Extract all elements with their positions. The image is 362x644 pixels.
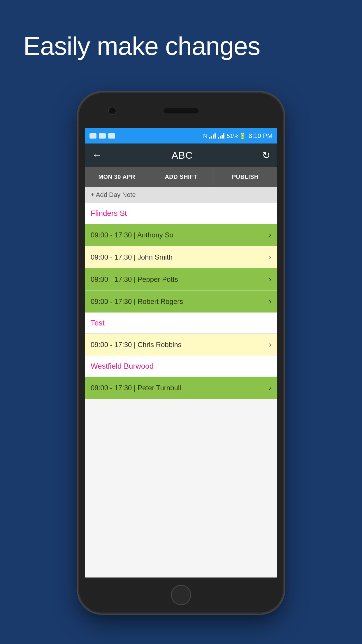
location-flinders-st: Flinders St	[85, 203, 277, 224]
camera-icon	[108, 107, 116, 115]
tab-bar: MON 30 APR ADD SHIFT PUBLISH	[85, 167, 277, 187]
top-bezel	[79, 93, 283, 128]
shift-pepper-potts[interactable]: 09:00 - 17:30 | Pepper Potts ›	[85, 268, 277, 290]
status-icons-left	[89, 133, 115, 139]
phone-frame: N 51% 🔋 8:10 PM	[79, 93, 283, 612]
status-bar: N 51% 🔋 8:10 PM	[85, 128, 277, 144]
add-day-note-label: + Add Day Note	[91, 191, 136, 199]
location-name-flinders-st: Flinders St	[91, 209, 127, 218]
phone-screen: N 51% 🔋 8:10 PM	[85, 128, 277, 578]
tab-add-shift[interactable]: ADD SHIFT	[149, 167, 213, 187]
tab-date[interactable]: MON 30 APR	[85, 167, 149, 187]
battery-percent: 51%	[227, 133, 238, 139]
shift-text-anthony-so: 09:00 - 17:30 | Anthony So	[91, 231, 173, 239]
location-name-westfield-burwood: Westfield Burwood	[91, 362, 154, 370]
shift-text-john-smith: 09:00 - 17:30 | John Smith	[91, 253, 173, 261]
schedule-list: Flinders St 09:00 - 17:30 | Anthony So ›…	[85, 203, 277, 578]
chevron-icon: ›	[269, 340, 271, 349]
shift-john-smith[interactable]: 09:00 - 17:30 | John Smith ›	[85, 246, 277, 268]
location-name-test: Test	[91, 318, 105, 327]
shift-text-robert-rogers: 09:00 - 17:30 | Robert Rogers	[91, 298, 183, 306]
home-button[interactable]	[171, 585, 191, 605]
signal-icon	[218, 133, 224, 139]
battery-indicator: 51% 🔋	[227, 132, 246, 139]
bottom-bezel	[79, 578, 283, 612]
shift-anthony-so[interactable]: 09:00 - 17:30 | Anthony So ›	[85, 224, 277, 246]
wifi-icon	[209, 133, 216, 139]
add-day-note-button[interactable]: + Add Day Note	[85, 187, 277, 203]
notification-icon-3	[108, 133, 115, 139]
back-button[interactable]: ←	[92, 149, 102, 161]
app-bar: ← ABC ↻	[85, 144, 277, 167]
shift-text-chris-robbins: 09:00 - 17:30 | Chris Robbins	[91, 341, 182, 349]
chevron-icon: ›	[269, 275, 271, 284]
nfc-icon: N	[203, 133, 207, 139]
chevron-icon: ›	[269, 253, 271, 262]
chevron-icon: ›	[269, 383, 271, 392]
shift-peter-turnbull[interactable]: 09:00 - 17:30 | Peter Turnbull ›	[85, 377, 277, 399]
chevron-icon: ›	[269, 230, 271, 239]
clock: 8:10 PM	[249, 132, 273, 140]
speaker	[164, 108, 198, 113]
location-westfield-burwood: Westfield Burwood	[85, 356, 277, 377]
page-heading: Easily make changes	[23, 32, 260, 60]
notification-icon-2	[99, 133, 106, 139]
chevron-icon: ›	[269, 297, 271, 306]
shift-robert-rogers[interactable]: 09:00 - 17:30 | Robert Rogers ›	[85, 290, 277, 313]
tab-publish[interactable]: PUBLISH	[213, 167, 277, 187]
location-test: Test	[85, 313, 277, 334]
shift-chris-robbins[interactable]: 09:00 - 17:30 | Chris Robbins ›	[85, 334, 277, 356]
shift-text-pepper-potts: 09:00 - 17:30 | Pepper Potts	[91, 275, 178, 284]
refresh-button[interactable]: ↻	[262, 149, 270, 161]
status-icons-right: N 51% 🔋 8:10 PM	[203, 132, 273, 140]
battery-icon: 🔋	[239, 132, 246, 139]
notification-icon-1	[89, 133, 96, 139]
shift-text-peter-turnbull: 09:00 - 17:30 | Peter Turnbull	[91, 384, 181, 392]
app-title: ABC	[172, 150, 193, 161]
